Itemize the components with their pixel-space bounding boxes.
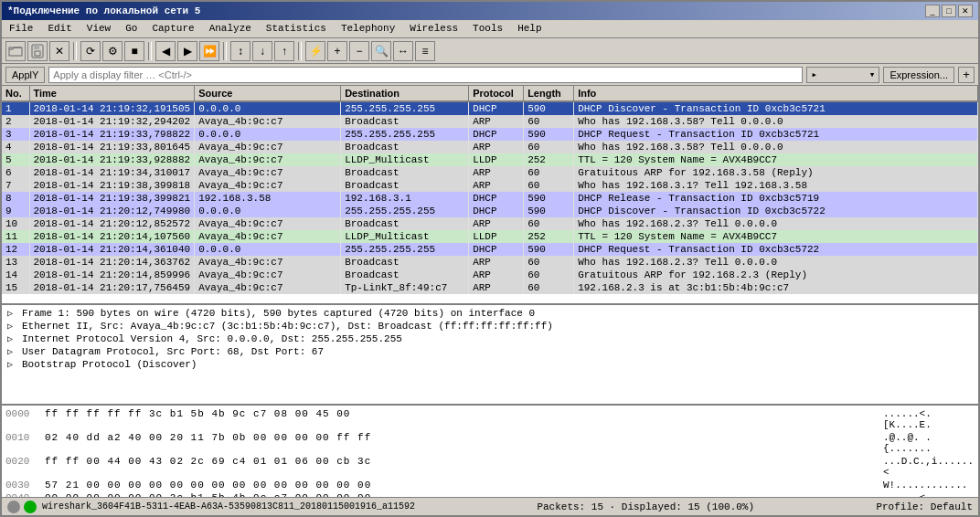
detail-rows: ▷Frame 1: 590 bytes on wire (4720 bits),… [4, 307, 976, 371]
forward-button[interactable]: ▶ [177, 41, 197, 61]
cell-src: 0.0.0.0 [195, 101, 341, 115]
cell-no: 13 [2, 256, 29, 269]
cell-dst: Broadcast [341, 166, 469, 179]
cell-no: 8 [2, 192, 29, 205]
open-file-button[interactable] [5, 41, 26, 61]
hex-bytes: ff ff 00 44 00 43 02 2c 69 c4 01 01 06 0… [45, 456, 876, 478]
menu-wireless[interactable]: Wireless [402, 22, 465, 36]
scroll-live-button[interactable]: ↕ [230, 41, 250, 61]
cell-src: Avaya_4b:9c:c7 [195, 281, 341, 294]
packet-list-scroll[interactable]: No. Time Source Destination Protocol Len… [2, 86, 978, 303]
maximize-button[interactable]: □ [942, 5, 956, 17]
cell-len: 590 [524, 192, 574, 205]
hex-bytes: 57 21 00 00 00 00 00 00 00 00 00 00 00 0… [45, 480, 876, 491]
menu-capture[interactable]: Capture [144, 22, 201, 36]
detail-pane[interactable]: ▷Frame 1: 590 bytes on wire (4720 bits),… [2, 305, 978, 406]
back-button[interactable]: ◀ [155, 41, 176, 61]
filter-input[interactable] [48, 67, 803, 83]
cell-len: 252 [524, 230, 574, 243]
detail-row[interactable]: ▷Frame 1: 590 bytes on wire (4720 bits),… [4, 307, 976, 320]
expression-button[interactable]: Expression... [883, 67, 954, 83]
table-row[interactable]: 4 2018-01-14 21:19:33,801645 Avaya_4b:9c… [2, 141, 978, 153]
menu-file[interactable]: File [2, 22, 40, 36]
main-window: *Подключение по локальной сети 5 _ □ ✕ F… [0, 0, 980, 517]
filter-status-icon [24, 501, 37, 513]
zoom-reset-button[interactable]: 🔍 [371, 41, 391, 61]
detail-row[interactable]: ▷Internet Protocol Version 4, Src: 0.0.0… [4, 332, 976, 345]
table-row[interactable]: 15 2018-01-14 21:20:17,756459 Avaya_4b:9… [2, 281, 978, 294]
cell-proto: LLDP [469, 230, 524, 243]
mark-button[interactable]: ↑ [274, 41, 294, 61]
cell-src: Avaya_4b:9c:c7 [195, 269, 341, 281]
table-row[interactable]: 3 2018-01-14 21:19:33,798822 0.0.0.0 255… [2, 128, 978, 141]
hex-offset: 0020 [5, 456, 37, 478]
menu-statistics[interactable]: Statistics [259, 22, 334, 36]
table-row[interactable]: 9 2018-01-14 21:20:12,749980 0.0.0.0 255… [2, 205, 978, 217]
cell-len: 60 [524, 256, 574, 269]
cell-time: 2018-01-14 21:20:14,361040 [29, 243, 195, 256]
packet-table: No. Time Source Destination Protocol Len… [2, 86, 978, 294]
cell-src: Avaya_4b:9c:c7 [195, 166, 341, 179]
cell-info: Who has 192.168.2.3? Tell 0.0.0.0 [574, 217, 978, 230]
menu-help[interactable]: Help [510, 22, 549, 36]
svg-rect-0 [9, 47, 22, 56]
hex-row: 0020ff ff 00 44 00 43 02 2c 69 c4 01 01 … [5, 455, 975, 479]
table-row[interactable]: 14 2018-01-14 21:20:14,859996 Avaya_4b:9… [2, 269, 978, 281]
cell-time: 2018-01-14 21:19:32,294202 [29, 115, 195, 128]
table-row[interactable]: 1 2018-01-14 21:19:32,191505 0.0.0.0 255… [2, 101, 978, 115]
menu-go[interactable]: Go [118, 22, 144, 36]
table-row[interactable]: 6 2018-01-14 21:19:34,310017 Avaya_4b:9c… [2, 166, 978, 179]
zoom-in-button[interactable]: + [327, 41, 347, 61]
filter-dropdown[interactable]: ▸ ▾ [806, 67, 879, 83]
menu-edit[interactable]: Edit [40, 22, 79, 36]
menu-telephony[interactable]: Telephony [334, 22, 402, 36]
close-capture-button[interactable]: ✕ [49, 41, 69, 61]
cell-no: 2 [2, 115, 29, 128]
cell-info: TTL = 120 System Name = AVX4B9CC7 [574, 230, 978, 243]
minimize-button[interactable]: _ [925, 5, 940, 17]
title-bar: *Подключение по локальной сети 5 _ □ ✕ [2, 2, 978, 20]
autoscroll-button[interactable]: ⚡ [305, 41, 325, 61]
detail-row[interactable]: ▷Bootstrap Protocol (Discover) [4, 358, 976, 371]
filter-bar: ApplY ▸ ▾ Expression... + [2, 64, 978, 86]
save-button[interactable] [27, 41, 48, 61]
menu-analyze[interactable]: Analyze [202, 22, 259, 36]
table-row[interactable]: 10 2018-01-14 21:20:12,852572 Avaya_4b:9… [2, 217, 978, 230]
zoom-out-button[interactable]: − [349, 41, 369, 61]
add-filter-button[interactable]: + [958, 67, 975, 83]
menu-tools[interactable]: Tools [465, 22, 510, 36]
colorize-button[interactable]: ↓ [252, 41, 272, 61]
table-row[interactable]: 8 2018-01-14 21:19:38,399821 192.168.3.5… [2, 192, 978, 205]
packet-list-area: No. Time Source Destination Protocol Len… [2, 86, 978, 305]
cell-src: 0.0.0.0 [195, 243, 341, 256]
window-title: *Подключение по локальной сети 5 [7, 5, 200, 16]
table-row[interactable]: 2 2018-01-14 21:19:32,294202 Avaya_4b:9c… [2, 115, 978, 128]
hex-rows: 0000ff ff ff ff ff 3c b1 5b 4b 9c c7 08 … [5, 407, 975, 497]
table-row[interactable]: 13 2018-01-14 21:20:14,363762 Avaya_4b:9… [2, 256, 978, 269]
display-options-button[interactable]: ≡ [415, 41, 435, 61]
table-row[interactable]: 7 2018-01-14 21:19:38,399818 Avaya_4b:9c… [2, 179, 978, 192]
hex-pane[interactable]: 0000ff ff ff ff ff 3c b1 5b 4b 9c c7 08 … [2, 406, 978, 497]
menu-view[interactable]: View [80, 22, 118, 36]
cell-proto: ARP [469, 269, 524, 281]
capture-options-button[interactable]: ⚙ [102, 41, 122, 61]
toolbar: ✕ ⟳ ⚙ ■ ◀ ▶ ⏩ ↕ ↓ ↑ ⚡ + − 🔍 ↔ ≡ [2, 38, 978, 64]
svg-rect-2 [34, 45, 39, 49]
resize-columns-button[interactable]: ↔ [393, 41, 413, 61]
table-row[interactable]: 5 2018-01-14 21:19:33,928882 Avaya_4b:9c… [2, 153, 978, 166]
apply-filter-button[interactable]: ApplY [5, 67, 45, 83]
detail-row[interactable]: ▷Ethernet II, Src: Avaya_4b:9c:c7 (3c:b1… [4, 320, 976, 332]
table-row[interactable]: 12 2018-01-14 21:20:14,361040 0.0.0.0 25… [2, 243, 978, 256]
expand-icon: ▷ [7, 346, 18, 357]
cell-time: 2018-01-14 21:20:14,107560 [29, 230, 195, 243]
cell-len: 590 [524, 101, 574, 115]
close-button[interactable]: ✕ [958, 5, 973, 17]
cell-dst: 255.255.255.255 [341, 243, 469, 256]
table-row[interactable]: 11 2018-01-14 21:20:14,107560 Avaya_4b:9… [2, 230, 978, 243]
hex-row: 003057 21 00 00 00 00 00 00 00 00 00 00 … [5, 479, 975, 491]
reload-button[interactable]: ⟳ [80, 41, 101, 61]
stop-button[interactable]: ■ [124, 41, 144, 61]
detail-row[interactable]: ▷User Datagram Protocol, Src Port: 68, D… [4, 345, 976, 358]
goto-button[interactable]: ⏩ [199, 41, 219, 61]
expand-icon: ▷ [7, 321, 18, 332]
